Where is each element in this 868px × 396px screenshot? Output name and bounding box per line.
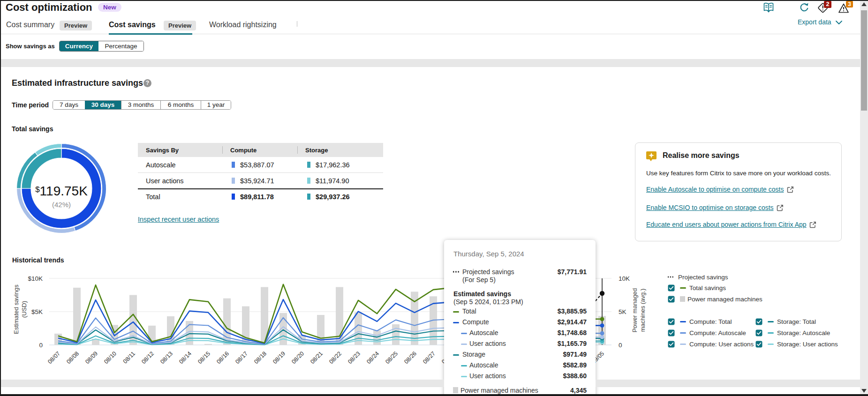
- svg-text:5K: 5K: [619, 308, 626, 315]
- svg-text:$5K: $5K: [31, 308, 43, 315]
- svg-text:08/14: 08/14: [178, 350, 193, 365]
- svg-text:08/19: 08/19: [272, 350, 287, 365]
- svg-text:08/07: 08/07: [46, 350, 61, 365]
- svg-text:08/13: 08/13: [159, 350, 174, 365]
- svg-text:08/27: 08/27: [422, 350, 437, 365]
- svg-text:08/25: 08/25: [384, 350, 399, 365]
- svg-text:08/24: 08/24: [365, 350, 380, 365]
- svg-text:0: 0: [619, 342, 622, 349]
- svg-text:08/26: 08/26: [403, 350, 418, 365]
- svg-text:08/21: 08/21: [309, 350, 324, 365]
- svg-text:08/23: 08/23: [347, 350, 362, 365]
- svg-text:08/10: 08/10: [103, 350, 118, 365]
- svg-text:$10K: $10K: [28, 275, 43, 282]
- svg-text:08/16: 08/16: [215, 350, 230, 365]
- svg-text:08/17: 08/17: [234, 350, 249, 365]
- svg-text:0: 0: [39, 342, 43, 349]
- svg-text:08/18: 08/18: [253, 350, 268, 365]
- svg-text:08/15: 08/15: [196, 350, 211, 365]
- svg-text:08/09: 08/09: [84, 350, 99, 365]
- svg-text:08/20: 08/20: [290, 350, 305, 365]
- svg-text:08/11: 08/11: [122, 350, 136, 365]
- svg-text:10K: 10K: [619, 275, 630, 282]
- svg-text:08/12: 08/12: [140, 350, 155, 365]
- svg-text:08/08: 08/08: [65, 350, 80, 365]
- svg-text:08/22: 08/22: [328, 350, 343, 365]
